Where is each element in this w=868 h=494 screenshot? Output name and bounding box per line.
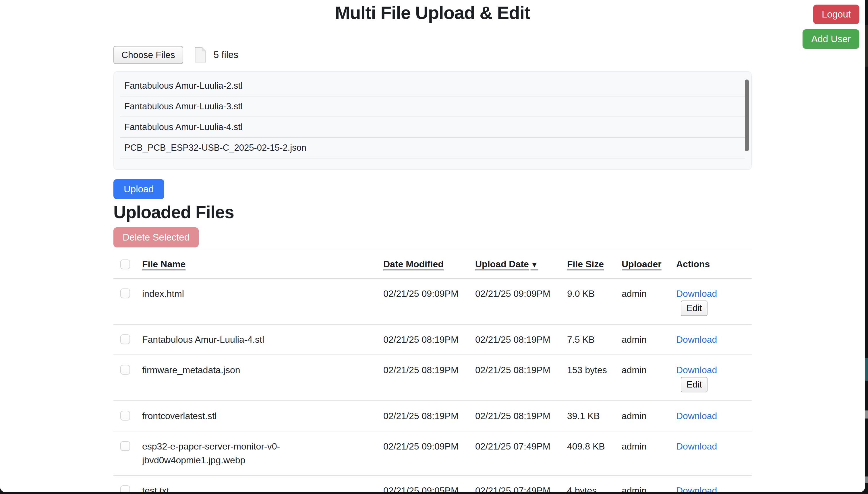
column-header-label[interactable]: File Size <box>567 259 604 269</box>
uploaded-files-heading: Uploaded Files <box>113 202 752 222</box>
upload-date: 02/21/25 08:19PM <box>475 335 550 345</box>
selected-file-item: Fantabulous Amur-Luulia-2.stl <box>120 76 745 96</box>
upload-date: 02/21/25 07:49PM <box>475 486 550 492</box>
file-name: test.txt <box>142 484 169 492</box>
column-header-uploader[interactable]: Uploader <box>615 250 669 279</box>
table-row: index.html02/21/25 09:09PM02/21/25 09:09… <box>113 279 752 324</box>
actions-cell: DownloadEdit <box>669 279 752 324</box>
document-icon <box>194 47 207 63</box>
column-header-file-size[interactable]: File Size <box>560 250 615 279</box>
row-checkbox[interactable] <box>120 486 130 492</box>
column-header-file-name[interactable]: File Name <box>135 250 376 279</box>
date-modified: 02/21/25 08:19PM <box>383 365 458 375</box>
file-size: 4 bytes <box>567 486 597 492</box>
uploader: admin <box>622 441 647 452</box>
column-header-date-modified[interactable]: Date Modified <box>376 250 468 279</box>
upload-date: 02/21/25 09:09PM <box>475 288 550 299</box>
column-header-text: File Name <box>142 259 186 269</box>
column-header-label[interactable]: Date Modified <box>383 259 444 269</box>
selected-file-item: PCB_PCB_ESP32-USB-C_2025-02-15-2.json <box>120 138 745 158</box>
file-name: index.html <box>142 287 184 301</box>
column-header-label[interactable]: Uploader <box>622 259 662 269</box>
selected-file-item: Fantabulous Amur-Luulia-4.stl <box>120 117 745 138</box>
uploader: admin <box>622 486 647 492</box>
file-size: 153 bytes <box>567 365 607 375</box>
uploaded-files-table: File NameDate ModifiedUpload Date▼File S… <box>113 250 752 492</box>
column-header-label[interactable]: File Name <box>142 259 186 269</box>
row-checkbox[interactable] <box>120 335 130 344</box>
uploader: admin <box>622 365 647 375</box>
date-modified: 02/21/25 09:09PM <box>383 441 458 452</box>
file-input: Choose Files 5 files <box>113 45 752 64</box>
actions-cell: Download <box>669 401 752 431</box>
file-size: 7.5 KB <box>567 335 595 345</box>
file-size: 9.0 KB <box>567 288 595 299</box>
table-row: test.txt02/21/25 09:05PM02/21/25 07:49PM… <box>113 475 752 492</box>
date-modified: 02/21/25 08:19PM <box>383 411 458 421</box>
download-link[interactable]: Download <box>676 335 717 345</box>
table-row: frontcoverlatest.stl02/21/25 08:19PM02/2… <box>113 401 752 431</box>
page: Multi File Upload & Edit Logout Add User… <box>0 0 865 492</box>
column-header-upload-date[interactable]: Upload Date▼ <box>468 250 560 279</box>
column-header-label[interactable]: Upload Date▼ <box>475 259 538 269</box>
column-header-text: File Size <box>567 259 604 269</box>
file-size: 39.1 KB <box>567 411 600 421</box>
actions-cell: DownloadEdit <box>669 355 752 401</box>
column-header-text: Uploader <box>622 259 662 269</box>
logout-button[interactable]: Logout <box>813 5 860 24</box>
background-window-edge <box>865 0 868 494</box>
file-name: frontcoverlatest.stl <box>142 409 217 423</box>
uploader: admin <box>622 335 647 345</box>
column-header-actions: Actions <box>669 250 752 279</box>
file-size: 409.8 KB <box>567 441 605 452</box>
choose-files-button[interactable]: Choose Files <box>113 46 183 64</box>
file-name: Fantabulous Amur-Luulia-4.stl <box>142 333 264 346</box>
main-content: Choose Files 5 files Fantabulous Amur-Lu… <box>113 27 752 492</box>
edit-button[interactable]: Edit <box>681 301 707 316</box>
edit-button[interactable]: Edit <box>681 377 707 393</box>
actions-cell: Download <box>669 431 752 475</box>
download-link[interactable]: Download <box>676 288 717 299</box>
row-checkbox[interactable] <box>120 288 130 298</box>
date-modified: 02/21/25 09:09PM <box>383 288 458 299</box>
date-modified: 02/21/25 09:05PM <box>383 486 458 492</box>
column-header-label: Actions <box>676 259 710 269</box>
row-checkbox[interactable] <box>120 411 130 420</box>
background-window-fragment <box>865 476 868 483</box>
select-all-checkbox[interactable] <box>120 260 130 269</box>
upload-date: 02/21/25 08:19PM <box>475 411 550 421</box>
select-all-header-cell <box>113 250 135 279</box>
download-link[interactable]: Download <box>676 441 717 452</box>
file-name: esp32-e-paper-server-monitor-v0-jbvd0w4o… <box>142 439 343 467</box>
uploader: admin <box>622 288 647 299</box>
table-row: Fantabulous Amur-Luulia-4.stl02/21/25 08… <box>113 324 752 355</box>
file-name: firmware_metadata.json <box>142 363 240 377</box>
selected-files-list: Fantabulous Amur-Luulia-2.stlFantabulous… <box>113 71 752 170</box>
row-checkbox[interactable] <box>120 365 130 375</box>
list-scrollbar[interactable] <box>745 79 749 151</box>
column-header-text: Upload Date <box>475 259 529 269</box>
background-window-fragment <box>865 411 868 418</box>
background-window-edge <box>0 492 868 494</box>
column-header-text: Date Modified <box>383 259 444 269</box>
upload-date: 02/21/25 07:49PM <box>475 441 550 452</box>
sort-direction-icon: ▼ <box>531 260 539 269</box>
delete-selected-button[interactable]: Delete Selected <box>113 227 199 247</box>
download-link[interactable]: Download <box>676 486 717 492</box>
download-link[interactable]: Download <box>676 365 717 375</box>
selected-file-item: Fantabulous Amur-Luulia-3.stl <box>120 96 745 117</box>
row-checkbox[interactable] <box>120 441 130 451</box>
actions-cell: DownloadEdit <box>669 475 752 492</box>
table-header-row: File NameDate ModifiedUpload Date▼File S… <box>113 250 752 279</box>
upload-date: 02/21/25 08:19PM <box>475 365 550 375</box>
actions-cell: Download <box>669 324 752 355</box>
date-modified: 02/21/25 08:19PM <box>383 335 458 345</box>
add-user-button[interactable]: Add User <box>803 29 860 49</box>
page-title: Multi File Upload & Edit <box>0 2 865 23</box>
upload-button[interactable]: Upload <box>113 179 164 199</box>
column-header-text: Actions <box>676 259 710 269</box>
download-link[interactable]: Download <box>676 411 717 421</box>
background-window-fragment <box>865 25 868 66</box>
uploader: admin <box>622 411 647 421</box>
background-window-fragment <box>865 358 868 381</box>
